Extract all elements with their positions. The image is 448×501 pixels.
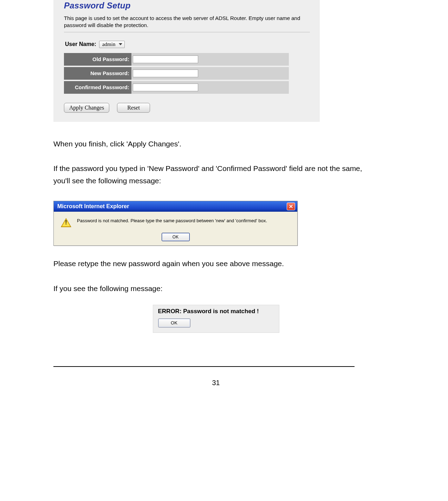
old-password-input[interactable] xyxy=(133,55,198,63)
new-password-input[interactable] xyxy=(133,70,198,77)
spacer xyxy=(202,81,289,94)
new-password-label: New Password: xyxy=(64,67,131,80)
panel-title: Password Setup xyxy=(64,0,310,11)
error-panel: ERROR: Password is not matched ! OK xyxy=(153,305,279,333)
username-value: admin xyxy=(102,41,116,47)
warning-icon: ! xyxy=(61,218,71,228)
table-row: New Password: xyxy=(64,67,289,80)
spacer xyxy=(202,67,289,80)
confirmed-password-input[interactable] xyxy=(133,84,198,91)
username-label: User Name: xyxy=(65,41,96,47)
chevron-down-icon xyxy=(119,43,122,45)
reset-button[interactable]: Reset xyxy=(117,103,150,113)
table-row: Old Password: xyxy=(64,53,289,66)
divider xyxy=(64,32,310,32)
close-icon[interactable] xyxy=(287,203,295,210)
instruction-text: If you see the following message: xyxy=(53,283,378,295)
error-ok-button[interactable]: OK xyxy=(158,318,190,328)
dialog-title: Microsoft Internet Explorer xyxy=(57,203,129,210)
instruction-text: Please retype the new password again whe… xyxy=(53,258,378,270)
dialog-message: Password is not matched. Please type the… xyxy=(77,218,267,223)
username-select[interactable]: admin xyxy=(99,41,125,48)
password-setup-panel: Password Setup This page is used to set … xyxy=(53,0,320,122)
apply-changes-button[interactable]: Apply Changes xyxy=(64,103,109,113)
spacer xyxy=(202,53,289,66)
error-message: ERROR: Password is not matched ! xyxy=(158,308,274,315)
confirmed-password-label: Confirmed Password: xyxy=(64,81,131,94)
page-number: 31 xyxy=(53,379,378,387)
dialog-ok-button[interactable]: OK xyxy=(162,233,190,241)
panel-description: This page is used to set the account to … xyxy=(64,15,310,29)
password-grid: Old Password: New Password: Confirmed Pa… xyxy=(64,52,289,95)
ie-alert-dialog: Microsoft Internet Explorer ! Password i… xyxy=(53,201,298,246)
old-password-label: Old Password: xyxy=(64,53,131,66)
footer-divider xyxy=(53,366,355,367)
instruction-text: When you finish, click 'Apply Changes'. xyxy=(53,138,378,150)
instruction-text: If the password you typed in 'New Passwo… xyxy=(53,163,378,187)
table-row: Confirmed Password: xyxy=(64,81,289,94)
